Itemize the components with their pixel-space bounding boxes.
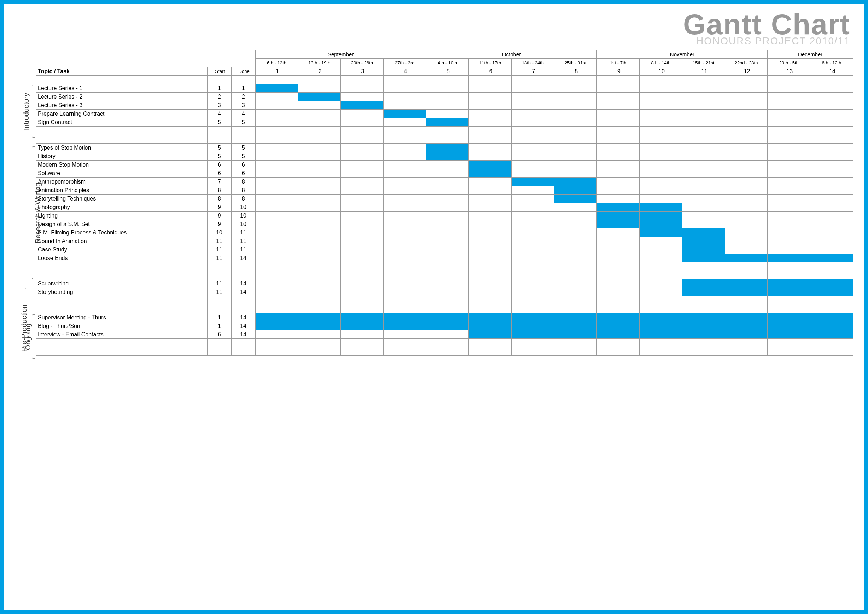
done-week: 14 [231,313,255,322]
gantt-cell [383,203,426,211]
gantt-cell [811,313,853,322]
table-row: Sound In Animation1111 [36,237,853,245]
gantt-cell [341,254,384,262]
gantt-cell [469,135,512,144]
gantt-cell [554,76,597,84]
gantt-cell [597,101,640,110]
gantt-cell [767,220,811,228]
gantt-cell [341,195,384,203]
gantt-cell [597,211,640,220]
gantt-cell [554,330,597,339]
task-name [36,296,208,305]
gantt-cell [341,101,384,110]
date-header: 8th - 14th [640,59,682,67]
gantt-cell [469,127,512,135]
gantt-cell [640,279,682,288]
gantt-cell [383,347,426,356]
start-week: 3 [207,101,231,110]
start-week: 11 [207,245,231,254]
gantt-cell [426,279,469,288]
task-name: Lecture Series - 2 [36,93,208,101]
gantt-cell [597,296,640,305]
gantt-cell [255,237,298,245]
table-row: Interview - Email Contacts614 [36,330,853,339]
gantt-cell [767,305,811,313]
gantt-cell [767,211,811,220]
gantt-cell [298,127,341,135]
gantt-cell [725,237,767,245]
gantt-cell [341,161,384,169]
gantt-cell [682,330,725,339]
done-week: 11 [231,237,255,245]
start-week: 2 [207,93,231,101]
task-name: Types of Stop Motion [36,144,208,152]
gantt-cell [640,262,682,271]
gantt-cell [341,135,384,144]
gantt-cell [341,339,384,347]
table-row: Lecture Series - 333 [36,101,853,110]
gantt-cell [255,262,298,271]
gantt-cell [725,228,767,237]
gantt-cell [512,178,554,186]
gantt-cell [341,220,384,228]
week-number: 6 [469,67,512,76]
gantt-cell [298,101,341,110]
gantt-cell [597,228,640,237]
gantt-cell [640,76,682,84]
gantt-cell [512,305,554,313]
gantt-cell [811,178,853,186]
gantt-cell [725,262,767,271]
gantt-cell [554,296,597,305]
gantt-cell [554,339,597,347]
gantt-cell [597,254,640,262]
gantt-cell [767,186,811,195]
gantt-cell [597,110,640,118]
gantt-cell [682,110,725,118]
gantt-cell [682,237,725,245]
gantt-cell [597,161,640,169]
task-name: Software [36,169,208,178]
section-label: Ongoing [24,324,32,350]
table-row: Blog - Thurs/Sun114 [36,322,853,330]
gantt-cell [426,339,469,347]
header-task: Topic / Task [36,67,208,76]
gantt-cell [298,305,341,313]
gantt-cell [554,305,597,313]
done-week: 10 [231,211,255,220]
start-week: 10 [207,228,231,237]
task-name: Storyboarding [36,288,208,296]
gantt-cell [341,322,384,330]
gantt-cell [640,195,682,203]
start-week [207,339,231,347]
task-name: Sign Contract [36,118,208,127]
gantt-cell [426,203,469,211]
gantt-cell [426,76,469,84]
gantt-cell [725,254,767,262]
gantt-cell [640,101,682,110]
gantt-cell [383,279,426,288]
task-name: Lecture Series - 3 [36,101,208,110]
week-number: 10 [640,67,682,76]
gantt-cell [725,195,767,203]
gantt-cell [640,84,682,93]
gantt-cell [767,245,811,254]
date-header: 15th - 21st [682,59,725,67]
gantt-cell [811,305,853,313]
gantt-cell [298,169,341,178]
gantt-cell [597,288,640,296]
gantt-cell [512,110,554,118]
task-name [36,305,208,313]
start-week: 5 [207,152,231,161]
gantt-cell [811,118,853,127]
gantt-cell [512,76,554,84]
gantt-cell [811,279,853,288]
gantt-cell [640,220,682,228]
gantt-cell [469,118,512,127]
date-header: 6th - 12th [255,59,298,67]
gantt-cell [725,169,767,178]
gantt-cell [512,237,554,245]
gantt-cell [554,220,597,228]
gantt-cell [640,288,682,296]
gantt-cell [298,93,341,101]
done-week [231,271,255,279]
